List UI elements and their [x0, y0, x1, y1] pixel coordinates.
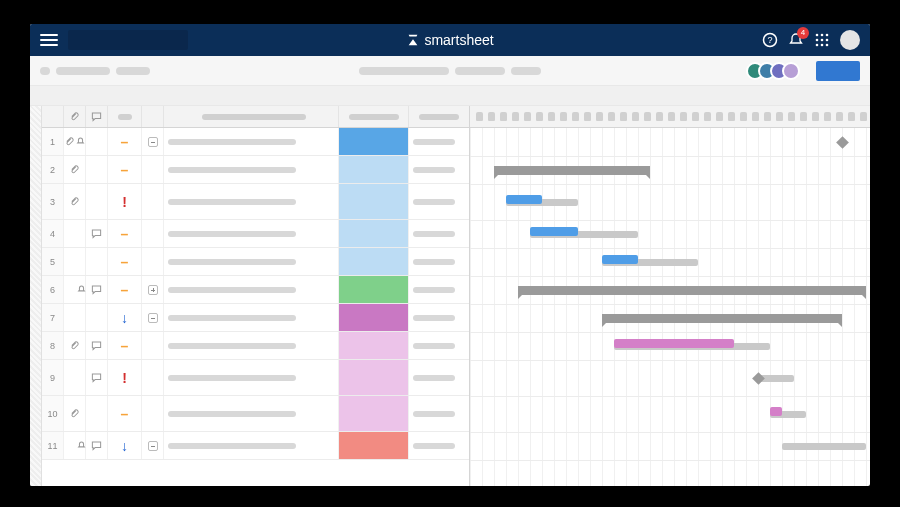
col-assigned[interactable]: [409, 106, 469, 127]
color-cell[interactable]: [339, 248, 409, 275]
expand-cell[interactable]: [142, 184, 164, 219]
table-row[interactable]: 8 –: [42, 332, 469, 360]
task-name-cell[interactable]: [164, 396, 339, 431]
attachment-cell[interactable]: [64, 156, 86, 183]
comment-cell[interactable]: [86, 276, 108, 303]
comment-cell[interactable]: [86, 396, 108, 431]
comment-cell[interactable]: [86, 432, 108, 459]
assigned-cell[interactable]: [409, 128, 469, 155]
gantt-summary-bar[interactable]: [518, 286, 866, 295]
task-name-cell[interactable]: [164, 248, 339, 275]
row-number[interactable]: 3: [42, 184, 64, 219]
comment-cell[interactable]: [86, 128, 108, 155]
assigned-cell[interactable]: [409, 332, 469, 359]
color-cell[interactable]: [339, 128, 409, 155]
attachment-cell[interactable]: [64, 248, 86, 275]
attachment-cell[interactable]: [64, 304, 86, 331]
task-name-cell[interactable]: [164, 156, 339, 183]
gantt-bar[interactable]: [530, 227, 578, 236]
gantt-pane[interactable]: [470, 106, 870, 486]
user-avatar[interactable]: [840, 30, 860, 50]
expand-cell[interactable]: [142, 128, 164, 155]
color-cell[interactable]: [339, 276, 409, 303]
help-icon[interactable]: ?: [762, 32, 778, 48]
table-row[interactable]: 3 !: [42, 184, 469, 220]
task-name-cell[interactable]: [164, 220, 339, 247]
color-cell[interactable]: [339, 396, 409, 431]
table-row[interactable]: 2 –: [42, 156, 469, 184]
status-cell[interactable]: –: [108, 128, 142, 155]
expand-cell[interactable]: [142, 332, 164, 359]
assigned-cell[interactable]: [409, 220, 469, 247]
status-cell[interactable]: –: [108, 220, 142, 247]
table-row[interactable]: 11 ↓: [42, 432, 469, 460]
task-name-cell[interactable]: [164, 304, 339, 331]
color-cell[interactable]: [339, 332, 409, 359]
gantt-bar[interactable]: [506, 195, 542, 204]
expand-cell[interactable]: [142, 248, 164, 275]
color-cell[interactable]: [339, 156, 409, 183]
task-name-cell[interactable]: [164, 128, 339, 155]
gantt-summary-bar[interactable]: [494, 166, 650, 175]
gantt-bar[interactable]: [614, 339, 734, 348]
attachment-cell[interactable]: [64, 332, 86, 359]
gantt-summary-bar[interactable]: [602, 314, 842, 323]
assigned-cell[interactable]: [409, 360, 469, 395]
assigned-cell[interactable]: [409, 184, 469, 219]
assigned-cell[interactable]: [409, 276, 469, 303]
expand-cell[interactable]: [142, 220, 164, 247]
task-name-cell[interactable]: [164, 432, 339, 459]
expand-cell[interactable]: [142, 432, 164, 459]
table-row[interactable]: 6 –: [42, 276, 469, 304]
breadcrumb[interactable]: [40, 67, 150, 75]
table-row[interactable]: 7 ↓: [42, 304, 469, 332]
menu-icon[interactable]: [40, 34, 58, 46]
apps-icon[interactable]: [814, 32, 830, 48]
color-cell[interactable]: [339, 432, 409, 459]
assigned-cell[interactable]: [409, 248, 469, 275]
expand-cell[interactable]: [142, 360, 164, 395]
comment-cell[interactable]: [86, 184, 108, 219]
assigned-cell[interactable]: [409, 432, 469, 459]
task-name-cell[interactable]: [164, 184, 339, 219]
color-cell[interactable]: [339, 360, 409, 395]
status-cell[interactable]: –: [108, 156, 142, 183]
table-row[interactable]: 1 –: [42, 128, 469, 156]
row-number[interactable]: 4: [42, 220, 64, 247]
attachment-cell[interactable]: [64, 220, 86, 247]
row-number[interactable]: 9: [42, 360, 64, 395]
comment-cell[interactable]: [86, 332, 108, 359]
attachment-cell[interactable]: [64, 396, 86, 431]
share-button[interactable]: [816, 61, 860, 81]
table-row[interactable]: 9 !: [42, 360, 469, 396]
status-cell[interactable]: ↓: [108, 432, 142, 459]
status-cell[interactable]: –: [108, 332, 142, 359]
table-row[interactable]: 4 –: [42, 220, 469, 248]
table-row[interactable]: 10 –: [42, 396, 469, 432]
attachment-cell[interactable]: [64, 276, 86, 303]
comment-cell[interactable]: [86, 220, 108, 247]
attachment-cell[interactable]: [64, 128, 86, 155]
row-number[interactable]: 6: [42, 276, 64, 303]
col-status[interactable]: [108, 106, 142, 127]
col-task-name[interactable]: [164, 106, 339, 127]
expand-cell[interactable]: [142, 156, 164, 183]
status-cell[interactable]: –: [108, 248, 142, 275]
row-number[interactable]: 10: [42, 396, 64, 431]
row-number[interactable]: 8: [42, 332, 64, 359]
color-cell[interactable]: [339, 184, 409, 219]
col-attachment[interactable]: [64, 106, 86, 127]
status-cell[interactable]: !: [108, 360, 142, 395]
row-number[interactable]: 11: [42, 432, 64, 459]
row-number[interactable]: 2: [42, 156, 64, 183]
attachment-cell[interactable]: [64, 432, 86, 459]
presence-avatars[interactable]: [752, 62, 800, 80]
task-name-cell[interactable]: [164, 276, 339, 303]
color-cell[interactable]: [339, 220, 409, 247]
task-name-cell[interactable]: [164, 332, 339, 359]
col-comments[interactable]: [86, 106, 108, 127]
status-cell[interactable]: !: [108, 184, 142, 219]
comment-cell[interactable]: [86, 248, 108, 275]
row-drag-gutter[interactable]: [30, 106, 42, 486]
attachment-cell[interactable]: [64, 184, 86, 219]
